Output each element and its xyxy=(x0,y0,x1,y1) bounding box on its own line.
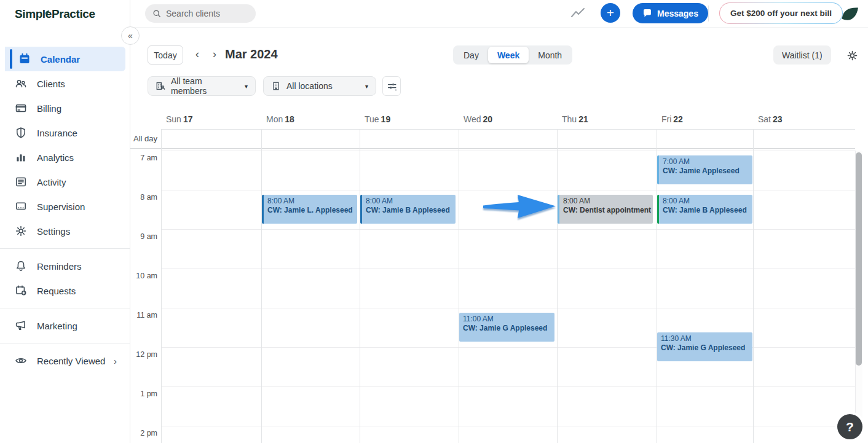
next-week-button[interactable]: › xyxy=(208,47,221,61)
sidebar-nav: CalendarClientsBillingInsuranceAnalytics… xyxy=(0,47,130,373)
app-logo[interactable]: SimplePractice xyxy=(15,7,95,21)
create-new-button[interactable]: + xyxy=(601,3,620,23)
day-number: 22 xyxy=(673,114,683,124)
day-name: Mon xyxy=(266,114,283,124)
appointment-fri22-700am[interactable]: 7:00 AMCW: Jamie Appleseed xyxy=(657,155,752,184)
locations-filter[interactable]: All locations ▾ xyxy=(263,76,376,96)
calendar-scrollbar-thumb[interactable] xyxy=(856,152,862,366)
sidebar-divider xyxy=(0,248,130,249)
sidebar: SimplePractice CalendarClientsBillingIns… xyxy=(0,0,130,443)
sidebar-item-analytics[interactable]: Analytics xyxy=(0,145,130,170)
day-header-sun-17: Sun17 xyxy=(166,114,193,124)
sidebar-item-clients[interactable]: Clients xyxy=(0,71,130,96)
trend-icon[interactable] xyxy=(570,7,585,18)
appointment-time: 8:00 AM xyxy=(366,197,452,206)
today-button[interactable]: Today xyxy=(148,45,183,65)
chevron-down-icon: ▾ xyxy=(245,83,248,90)
sidebar-item-label: Calendar xyxy=(41,54,80,65)
sidebar-item-label: Insurance xyxy=(37,128,77,138)
promo-label: Get $200 off your next bill xyxy=(730,9,832,18)
sidebar-item-supervision[interactable]: Supervision xyxy=(0,194,130,219)
sidebar-item-label: Supervision xyxy=(37,202,85,212)
day-number: 19 xyxy=(381,114,391,124)
chevron-right-icon: › xyxy=(114,356,117,366)
appointment-tue19-800am[interactable]: 8:00 AMCW: Jamie B Appleseed xyxy=(360,195,456,224)
hour-gridline xyxy=(161,308,855,308)
time-label: 12 pm xyxy=(136,350,157,359)
sidebar-item-recently-viewed[interactable]: Recently Viewed› xyxy=(0,348,130,373)
day-number: 23 xyxy=(773,114,783,124)
calendar-settings-button[interactable] xyxy=(843,47,861,64)
team-members-filter-label: All team members xyxy=(171,76,239,96)
calendar-plus-icon xyxy=(15,284,27,297)
account-avatar[interactable] xyxy=(840,4,860,26)
appointment-title: CW: Jamie B Appleseed xyxy=(663,206,749,215)
locations-icon xyxy=(271,81,281,91)
search-input[interactable] xyxy=(166,9,246,18)
help-button[interactable]: ? xyxy=(837,414,862,439)
day-name: Thu xyxy=(562,114,577,124)
day-column-divider xyxy=(161,129,162,443)
appointment-time: 7:00 AM xyxy=(663,157,749,167)
appointment-fri22-1130am[interactable]: 11:30 AMCW: Jamie G Appleseed xyxy=(657,332,752,361)
team-members-filter[interactable]: All team members ▾ xyxy=(148,76,256,96)
sidebar-item-settings[interactable]: Settings xyxy=(0,219,130,243)
hour-gridline xyxy=(161,151,855,151)
appointment-thu21-800am[interactable]: 8:00 AMCW: Dentist appointment xyxy=(558,195,653,224)
insurance-icon xyxy=(15,127,27,139)
day-header-wed-20: Wed20 xyxy=(464,114,492,124)
sidebar-item-calendar[interactable]: Calendar xyxy=(5,47,125,71)
hour-gridline xyxy=(161,386,855,387)
time-label: 8 am xyxy=(140,193,157,202)
sidebar-item-billing[interactable]: Billing xyxy=(0,96,130,120)
view-tab-day[interactable]: Day xyxy=(454,47,488,63)
day-header-thu-21: Thu21 xyxy=(562,114,588,124)
sliders-icon xyxy=(387,81,397,92)
appointment-time: 11:00 AM xyxy=(463,315,551,324)
eye-icon xyxy=(15,355,27,367)
simplepractice-app: SimplePractice CalendarClientsBillingIns… xyxy=(0,0,868,443)
sidebar-item-reminders[interactable]: Reminders xyxy=(0,254,130,278)
settings-icon xyxy=(15,225,27,237)
billing-icon xyxy=(15,102,27,114)
clients-icon xyxy=(15,77,27,90)
waitlist-button[interactable]: Waitlist (1) xyxy=(773,45,831,65)
appointment-fri22-800am[interactable]: 8:00 AMCW: Jamie B Appleseed xyxy=(657,195,752,224)
allday-row-bottom-line xyxy=(130,148,855,149)
appointment-wed20-1100am[interactable]: 11:00 AMCW: Jamie G Appleseed xyxy=(459,313,554,342)
megaphone-icon xyxy=(15,320,27,332)
day-name: Tue xyxy=(365,114,379,124)
messages-button[interactable]: Messages xyxy=(633,3,708,23)
hour-gridline xyxy=(161,229,855,230)
sidebar-item-activity[interactable]: Activity xyxy=(0,170,130,194)
annotation-arrow-icon xyxy=(482,192,558,221)
time-label: 10 am xyxy=(136,272,157,280)
sidebar-item-insurance[interactable]: Insurance xyxy=(0,120,130,145)
appointment-title: CW: Jamie B Appleseed xyxy=(366,206,452,215)
sidebar-collapse-button[interactable]: « xyxy=(121,26,140,45)
previous-week-button[interactable]: ‹ xyxy=(191,47,204,61)
calendar-display-options-button[interactable] xyxy=(382,76,401,96)
time-label: 1 pm xyxy=(140,390,157,398)
calendar-icon xyxy=(18,53,31,65)
appointment-title: CW: Jamie L. Appleseed xyxy=(267,206,353,215)
day-header-mon-18: Mon18 xyxy=(266,114,294,124)
day-number: 18 xyxy=(285,114,294,124)
appointment-time: 8:00 AM xyxy=(663,197,749,206)
view-tab-week[interactable]: Week xyxy=(488,47,529,63)
hour-gridline xyxy=(161,190,855,190)
appointment-mon18-800am[interactable]: 8:00 AMCW: Jamie L. Appleseed xyxy=(262,195,357,224)
sidebar-item-marketing[interactable]: Marketing xyxy=(0,313,130,338)
search-clients-field[interactable] xyxy=(145,4,256,23)
time-label: 9 am xyxy=(140,232,157,241)
view-tab-month[interactable]: Month xyxy=(529,47,571,63)
referral-promo-button[interactable]: Get $200 off your next bill xyxy=(719,2,843,24)
day-column-divider xyxy=(360,129,360,443)
sidebar-divider xyxy=(0,308,130,308)
appointment-time: 11:30 AM xyxy=(661,334,749,343)
day-column-divider xyxy=(557,129,558,443)
app-logo-text: SimplePractice xyxy=(15,7,95,20)
day-header-fri-22: Fri22 xyxy=(661,114,683,124)
topbar-separator xyxy=(708,6,709,22)
sidebar-item-requests[interactable]: Requests xyxy=(0,278,130,303)
